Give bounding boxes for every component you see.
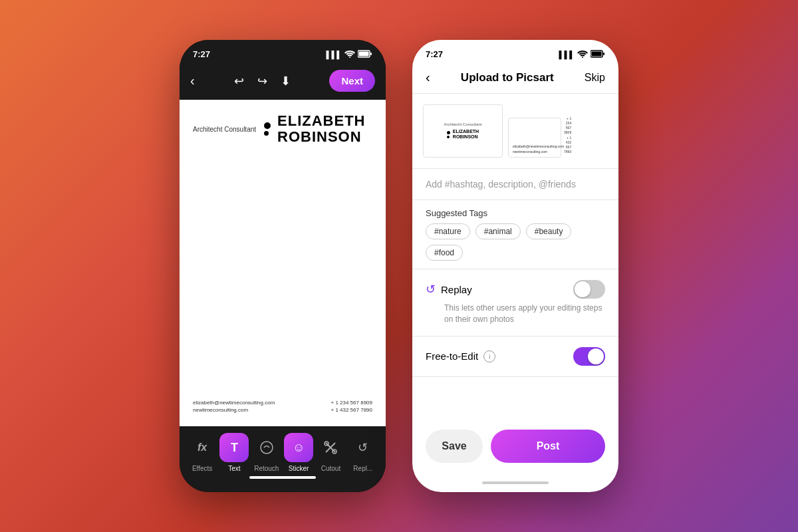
info-label: i	[489, 352, 490, 360]
replay-description: This lets other users apply your editing…	[426, 303, 605, 325]
toolbar-left: ‹	[190, 73, 195, 88]
right-battery-icon	[591, 50, 605, 59]
svg-point-4	[261, 442, 273, 454]
sticker-icon: ☺	[293, 441, 305, 455]
replay-section: ↺ Replay This lets other users apply you…	[412, 269, 618, 336]
retouch-icon	[259, 440, 274, 455]
replay-row: ↺ Replay	[426, 280, 605, 299]
text-icon: T	[231, 441, 238, 455]
save-button[interactable]: Save	[426, 430, 483, 463]
tool-sticker[interactable]: ☺ Sticker	[284, 433, 313, 472]
tool-retouch[interactable]: Retouch	[252, 433, 281, 472]
left-home-indicator	[249, 476, 316, 479]
preview-first-name: ELIZABETH	[453, 129, 479, 134]
preview-last-name: ROBINSON	[453, 134, 479, 140]
first-name: ELIZABETH	[277, 113, 365, 129]
preview-card-large: Architecht Consultant ELIZABETH ROBINSON	[423, 104, 503, 158]
preview-company: Architecht Consultant	[444, 122, 481, 126]
battery-icon	[358, 50, 372, 59]
hashtag-placeholder[interactable]: Add #hashtag, description, @friends	[426, 179, 576, 190]
svg-rect-10	[592, 51, 602, 56]
tag-nature[interactable]: #nature	[426, 223, 470, 239]
next-button[interactable]: Next	[329, 70, 375, 92]
right-back-button[interactable]: ‹	[426, 70, 430, 85]
tool-cutout[interactable]: Cutout	[316, 433, 345, 472]
right-nav-title: Upload to Picsart	[461, 71, 554, 84]
undo-button[interactable]: ↩	[234, 74, 244, 88]
cutout-label: Cutout	[321, 465, 340, 472]
tools-row: fx Effects T Text Retouch	[180, 433, 386, 472]
tool-effects[interactable]: fx Effects	[188, 433, 217, 472]
preview-small-email: elizabeth@newtimeconsulting.com	[513, 144, 564, 149]
download-button[interactable]: ⬇	[281, 74, 291, 88]
retouch-label: Retouch	[254, 465, 279, 472]
info-icon[interactable]: i	[483, 350, 495, 362]
left-time: 7:27	[193, 49, 210, 59]
post-button[interactable]: Post	[491, 430, 605, 463]
effects-icon-wrap: fx	[188, 433, 217, 462]
left-phone: 7:27 ▌▌▌ ‹	[180, 40, 386, 492]
signal-icon: ▌▌▌	[327, 51, 342, 59]
canvas-top: Architecht Consultant ELIZABETH ROBINSON	[193, 113, 372, 145]
preview-logo-dots	[447, 131, 450, 138]
left-bottom-bar: fx Effects T Text Retouch	[180, 426, 386, 492]
tool-text[interactable]: T Text	[219, 433, 249, 472]
canvas-area: Architecht Consultant ELIZABETH ROBINSON…	[180, 100, 386, 426]
svg-point-0	[349, 57, 350, 58]
replay-label: Repl...	[353, 465, 372, 472]
preview-top-row: Architecht Consultant	[444, 122, 481, 126]
phone2-text: + 1 432 567 7890	[331, 407, 372, 413]
free-edit-section: Free-to-Edit i	[412, 336, 618, 377]
cutout-icon-wrap	[316, 433, 345, 462]
text-icon-wrap: T	[219, 433, 249, 462]
preview-dot-1	[447, 131, 450, 134]
tags-row: #nature #animal #beauty #food	[426, 223, 605, 261]
wifi-icon	[344, 50, 355, 59]
free-edit-toggle[interactable]	[573, 347, 605, 366]
right-home-indicator	[482, 481, 549, 484]
retouch-icon-wrap	[252, 433, 281, 462]
tag-beauty[interactable]: #beauty	[526, 223, 572, 239]
sticker-icon-wrap: ☺	[284, 433, 313, 462]
preview-area: Architecht Consultant ELIZABETH ROBINSON…	[412, 94, 618, 169]
left-status-icons: ▌▌▌	[327, 50, 372, 59]
replay-left: ↺ Replay	[426, 282, 472, 297]
phone1-text: + 1 234 567 8909	[331, 400, 372, 406]
svg-point-7	[582, 57, 583, 58]
redo-button[interactable]: ↪	[257, 74, 267, 88]
tool-replay[interactable]: ↺ Repl...	[348, 433, 378, 472]
right-signal-icon: ▌▌▌	[559, 51, 575, 59]
preview-card-small: elizabeth@newtimeconsulting.com newtimec…	[508, 118, 561, 158]
action-buttons: Save Post	[412, 416, 618, 476]
cutout-icon	[323, 440, 338, 455]
suggested-tags-section: Suggested Tags #nature #animal #beauty #…	[412, 200, 618, 269]
svg-rect-2	[370, 53, 372, 55]
logo-dots	[264, 122, 271, 136]
contact-right: + 1 234 567 8909 + 1 432 567 7890	[331, 400, 372, 413]
replay-icon-wrap: ↺	[348, 433, 378, 462]
preview-small-right: + 1 234 567 3609 + 1 432 567 7890	[564, 116, 571, 154]
preview-text-block: ELIZABETH ROBINSON	[453, 129, 479, 140]
name-block: ELIZABETH ROBINSON	[277, 113, 365, 145]
contact-left: elizabeth@newtimeconsulting.com newtimec…	[193, 400, 275, 413]
hashtag-input-area[interactable]: Add #hashtag, description, @friends	[412, 169, 618, 200]
logo-dot-2	[264, 131, 269, 136]
svg-rect-3	[359, 51, 369, 56]
left-status-bar: 7:27 ▌▌▌	[180, 40, 386, 65]
text-label: Text	[228, 465, 240, 472]
replay-toggle[interactable]	[573, 280, 605, 299]
right-nav-bar: ‹ Upload to Picsart Skip	[412, 65, 618, 94]
toolbar-icons: ↩ ↪ ⬇	[234, 74, 291, 88]
free-edit-left: Free-to-Edit i	[426, 350, 495, 362]
preview-logo-name: ELIZABETH ROBINSON	[447, 129, 479, 140]
company-label: Architecht Consultant	[193, 126, 256, 133]
preview-small-website: newtimeconsulting.com	[513, 150, 564, 154]
replay-section-icon: ↺	[426, 282, 436, 297]
tag-food[interactable]: #food	[426, 245, 463, 261]
suggested-tags-label: Suggested Tags	[426, 208, 605, 218]
skip-button[interactable]: Skip	[585, 72, 605, 84]
right-phone: 7:27 ▌▌▌ ‹ Upload to Pics	[412, 40, 618, 492]
back-button[interactable]: ‹	[190, 73, 195, 88]
tag-animal[interactable]: #animal	[475, 223, 521, 239]
last-name: ROBINSON	[277, 129, 365, 145]
